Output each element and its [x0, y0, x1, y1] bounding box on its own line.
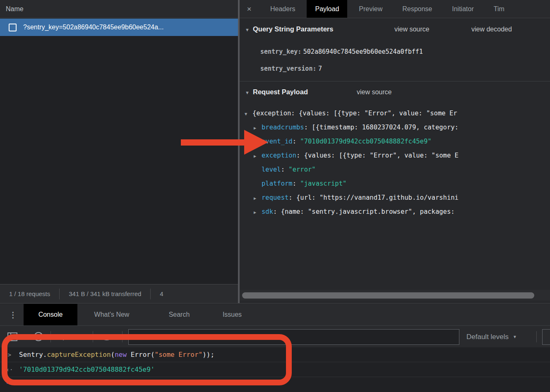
collapse-triangle-icon[interactable]: ▼	[245, 27, 250, 32]
query-param-row: sentry_version: 7	[260, 65, 322, 72]
tree-value: "javascript"	[300, 180, 346, 187]
log-levels-selector[interactable]: Default levels ▼	[466, 326, 517, 348]
payload-tree-row-event-id[interactable]: event_id: "7010d01379d942ccb075048882fc4…	[240, 134, 550, 148]
payload-tree-row[interactable]: ▶request: {url: "https://vanand17.github…	[240, 191, 550, 205]
tree-value: "7010d01379d942ccb075048882fc45e9"	[300, 138, 431, 145]
expander-icon[interactable]: ▼	[245, 107, 252, 120]
tree-preview: : {name: "sentry.javascript.browser", pa…	[273, 208, 455, 215]
toolbar-divider	[536, 331, 537, 342]
param-value: 7	[318, 65, 322, 72]
annotation-arrow	[181, 139, 246, 146]
tree-key: sdk	[262, 208, 273, 215]
tab-initiator[interactable]: Initiator	[444, 0, 482, 18]
log-levels-label: Default levels	[466, 333, 509, 341]
chevron-down-icon: ▼	[513, 335, 517, 339]
tree-value: "error"	[288, 166, 315, 173]
expander-icon[interactable]: ▶	[254, 191, 262, 205]
console-tab-bar: ⋮ Console What's New Search Issues	[0, 304, 550, 325]
horizontal-scrollbar[interactable]	[240, 290, 550, 301]
tree-preview: :	[293, 180, 300, 187]
payload-tree-row[interactable]: ▶sdk: {name: "sentry.javascript.browser"…	[240, 205, 550, 219]
more-options-icon[interactable]: ⋮	[9, 304, 17, 325]
tab-issues[interactable]: Issues	[216, 304, 248, 325]
tree-preview: : [{timestamp: 1680237024.079, category:	[304, 124, 459, 131]
annotation-highlight-box	[2, 334, 292, 385]
scrollbar-thumb[interactable]	[242, 292, 534, 299]
network-name-column-header[interactable]: Name	[0, 0, 238, 18]
payload-tree-row[interactable]: ▶exception: {values: [{type: "Error", va…	[240, 148, 550, 163]
query-string-section-title[interactable]: Query String Parameters	[253, 25, 333, 33]
network-status-bar: 1 / 18 requests 341 B / 341 kB transferr…	[0, 284, 238, 303]
tree-preview: : {url: "https://vanand17.github.io/vars…	[288, 194, 459, 201]
tree-preview: :	[281, 166, 289, 173]
tab-payload[interactable]: Payload	[307, 0, 347, 18]
view-source-toggle[interactable]: view source	[394, 26, 429, 33]
payload-tree-root-row[interactable]: ▼{exception: {values: [{type: "Error", v…	[240, 106, 550, 120]
param-name: sentry_key:	[260, 48, 301, 55]
payload-tree-row[interactable]: platform: "javascript"	[240, 177, 550, 191]
devtools-window: Name ?sentry_key=502a86940c7845ee9b60ee5…	[0, 0, 550, 392]
tab-whats-new[interactable]: What's New	[84, 304, 139, 325]
param-name: sentry_version:	[260, 65, 316, 72]
view-decoded-toggle[interactable]: view decoded	[471, 26, 512, 33]
section-divider	[240, 81, 550, 81]
request-payload-section-title[interactable]: Request Payload	[253, 88, 308, 96]
tab-headers[interactable]: Headers	[262, 0, 303, 18]
annotation-arrow-head-icon	[244, 130, 268, 155]
tree-key: level	[262, 166, 281, 173]
tab-console[interactable]: Console	[24, 304, 77, 325]
request-name-label: ?sentry_key=502a86940c7845ee9b60ee524a..…	[23, 24, 163, 31]
issues-counter-box[interactable]	[542, 329, 550, 345]
payload-tree-row[interactable]: level: "error"	[240, 163, 550, 177]
query-param-row: sentry_key: 502a86940c7845ee9b60ee524a0f…	[260, 48, 423, 55]
close-icon[interactable]: ×	[240, 0, 259, 18]
tab-timing[interactable]: Tim	[485, 0, 513, 18]
tab-preview[interactable]: Preview	[351, 0, 391, 18]
collapse-triangle-icon[interactable]: ▼	[245, 90, 250, 95]
expander-icon[interactable]: ▶	[254, 205, 262, 219]
tree-preview: : {values: [{type: "Error", value: "some…	[296, 152, 459, 159]
tree-preview: {exception: {values: [{type: "Error", va…	[252, 110, 457, 117]
detail-tab-bar: × Headers Payload Preview Response Initi…	[240, 0, 550, 18]
status-more: 4	[151, 290, 172, 297]
requests-count: 1 / 18 requests	[0, 290, 59, 297]
tree-key: request	[262, 194, 288, 201]
param-value: 502a86940c7845ee9b60ee524a0fbff1	[303, 48, 423, 55]
view-source-toggle[interactable]: view source	[357, 88, 391, 96]
checkbox-icon[interactable]	[9, 24, 17, 31]
request-detail-panel: × Headers Payload Preview Response Initi…	[240, 0, 550, 303]
tree-preview: :	[293, 138, 300, 145]
tab-search[interactable]: Search	[163, 304, 196, 325]
tab-response[interactable]: Response	[394, 0, 440, 18]
transferred-size: 341 B / 341 kB transferred	[60, 290, 150, 297]
payload-tree-row[interactable]: ▶breadcrumbs: [{timestamp: 1680237024.07…	[240, 120, 550, 134]
network-request-row[interactable]: ?sentry_key=502a86940c7845ee9b60ee524a..…	[0, 19, 238, 36]
tree-key: platform	[262, 180, 293, 187]
network-panel: Name ?sentry_key=502a86940c7845ee9b60ee5…	[0, 0, 238, 303]
